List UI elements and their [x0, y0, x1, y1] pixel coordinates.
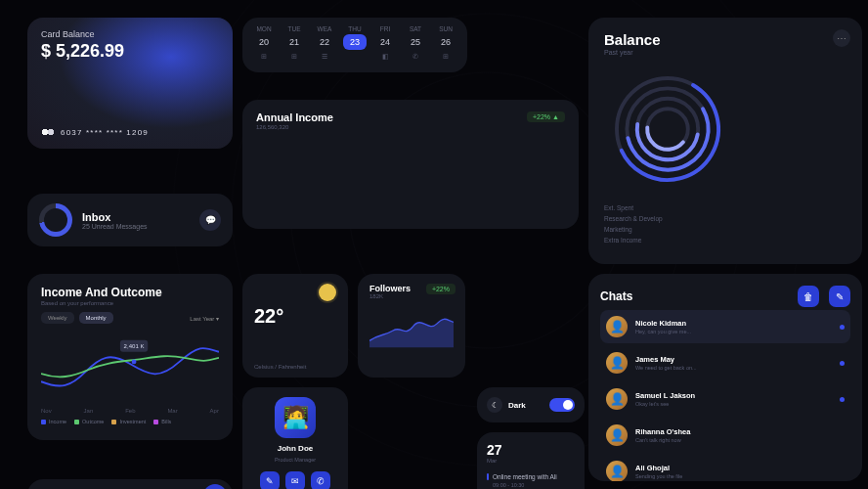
mastercard-icon	[41, 127, 55, 137]
calendar-dates[interactable]: 20212223242526	[252, 32, 457, 50]
cal-weekday: FRI	[373, 25, 397, 32]
search-icon[interactable]: ⌕	[203, 484, 227, 489]
chat-preview: Hey, can you give me...	[635, 329, 691, 334]
calendar-action-row: ⊞ ⊞ ☰ ◧ ✆ ⊞	[252, 53, 457, 61]
delete-icon[interactable]: 🗑	[798, 286, 819, 307]
weather-card[interactable]: 22° Celsius / Fahrenheit	[242, 274, 348, 378]
date-time: 09:00 - 10:30	[487, 482, 575, 488]
chat-item[interactable]: 👤James MayWe need to get back on...	[600, 346, 850, 379]
cal-icon: ☰	[313, 53, 336, 61]
theme-label: Dark	[508, 401, 526, 410]
cal-date[interactable]: 21	[282, 37, 306, 47]
message-icon[interactable]: ✉	[285, 471, 305, 489]
chat-item[interactable]: 👤Samuel L JaksonOkay let's see	[600, 382, 850, 416]
balance-subtitle: Past year	[604, 49, 846, 56]
io-xaxis: NovJanFebMarApr	[41, 408, 219, 414]
chat-name: Rihanna O'shea	[635, 427, 690, 436]
chat-preview: Okay let's see	[635, 401, 695, 407]
card-balance-amount: $ 5,226.99	[41, 41, 219, 62]
weather-unit-toggle[interactable]: Celsius / Fahrenheit	[254, 364, 336, 370]
theme-card: ☾ Dark	[477, 387, 585, 422]
chat-name: Samuel L Jakson	[635, 391, 695, 400]
chat-item[interactable]: 👤Rihanna O'sheaCan't talk right now	[600, 419, 850, 452]
chat-preview: Sending you the file	[635, 473, 682, 479]
call-icon[interactable]: ✆	[311, 471, 330, 489]
calendar-weekdays: MONTUEWEATHUFRISATSUN	[252, 25, 457, 32]
followers-area-chart	[369, 307, 454, 354]
compose-icon[interactable]: ✎	[829, 286, 850, 307]
search-bar[interactable]: ⌕	[27, 479, 233, 489]
cal-weekday: MON	[252, 25, 276, 32]
avatar[interactable]: 🧑‍💻	[275, 397, 316, 438]
edit-icon[interactable]: ✎	[260, 471, 280, 489]
chat-preview: Can't talk right now	[635, 437, 690, 443]
avatar-icon: 👤	[606, 461, 628, 481]
cal-icon: ◧	[373, 53, 397, 61]
date-day: 27	[487, 442, 575, 458]
avatar-icon: 👤	[606, 352, 628, 374]
seg-weekly[interactable]: Weekly	[41, 312, 74, 324]
avatar-icon: 👤	[606, 316, 628, 337]
chat-name: James May	[635, 355, 697, 364]
cal-date[interactable]: 23	[343, 34, 367, 50]
balance-legend: Ext. SpentResearch & DevelopMarketingExt…	[604, 202, 846, 245]
svg-point-9	[132, 360, 137, 365]
card-balance-label: Card Balance	[41, 29, 219, 39]
seg-monthly[interactable]: Monthly	[79, 312, 113, 324]
cal-date[interactable]: 24	[373, 37, 397, 47]
cal-icon: ⊞	[252, 53, 276, 61]
balance-radial-chart	[604, 66, 731, 193]
more-icon[interactable]: ⋯	[833, 29, 850, 47]
cal-icon: ⊞	[434, 53, 457, 61]
annual-income-card: Annual Income 126,560,320 +22% ▲	[242, 100, 579, 229]
inbox-card[interactable]: Inbox 25 Unread Messages 💬	[27, 194, 233, 246]
unread-dot	[840, 325, 845, 330]
annual-title: Annual Income	[256, 111, 333, 123]
profile-role: Product Manager	[275, 457, 316, 463]
chats-card: Chats 🗑 ✎ 👤Nicole KidmanHey, can you giv…	[588, 274, 862, 481]
cal-icon	[343, 53, 367, 61]
cal-date[interactable]: 20	[252, 37, 276, 47]
cal-weekday: TUE	[282, 25, 306, 32]
cal-date[interactable]: 26	[434, 37, 457, 47]
svg-point-1	[604, 66, 731, 193]
chat-preview: We need to get back on...	[635, 365, 697, 371]
date-card[interactable]: 27 Mar Online meeting with Ali 09:00 - 1…	[477, 432, 585, 489]
unread-dot	[840, 397, 845, 402]
chat-list: 👤Nicole KidmanHey, can you give me...👤Ja…	[600, 310, 850, 481]
profile-name: John Doe	[278, 444, 313, 453]
chat-item[interactable]: 👤Ali GhojalSending you the file	[600, 455, 850, 481]
inbox-progress-ring	[39, 203, 72, 237]
chat-icon[interactable]: 💬	[199, 209, 221, 231]
cal-icon: ⊞	[282, 53, 306, 61]
balance-title: Balance	[604, 31, 846, 48]
chat-item[interactable]: 👤Nicole KidmanHey, can you give me...	[600, 310, 850, 343]
annual-pct-badge: +22% ▲	[527, 111, 565, 122]
cal-date[interactable]: 25	[404, 37, 427, 47]
svg-point-5	[632, 94, 703, 164]
io-title: Income And Outcome	[41, 286, 219, 299]
cal-date[interactable]: 22	[313, 37, 336, 47]
date-event: Online meeting with Ali	[487, 473, 575, 480]
card-balance[interactable]: Card Balance $ 5,226.99 6037 **** **** 1…	[27, 18, 233, 149]
cal-icon: ✆	[404, 53, 427, 61]
inbox-subtitle: 25 Unread Messages	[82, 223, 148, 230]
theme-toggle[interactable]	[549, 398, 575, 412]
inbox-title: Inbox	[82, 211, 148, 223]
profile-card: 🧑‍💻 John Doe Product Manager ✎ ✉ ✆	[242, 387, 348, 489]
unread-dot	[840, 361, 845, 366]
avatar-icon: 👤	[606, 424, 628, 446]
calendar[interactable]: MONTUEWEATHUFRISATSUN 20212223242526 ⊞ ⊞…	[242, 18, 467, 72]
io-tooltip: 2,401 K	[124, 343, 145, 349]
chats-title: Chats	[600, 289, 632, 303]
chat-name: Nicole Kidman	[635, 319, 691, 328]
annual-bars	[256, 138, 565, 216]
cal-weekday: SUN	[434, 25, 457, 32]
card-number: 6037 **** **** 1209	[61, 128, 149, 137]
followers-card: Followers 182K +22%	[358, 274, 465, 378]
io-line-chart: 2,401 K	[41, 330, 219, 404]
date-month: Mar	[487, 458, 575, 464]
io-legend: IncomeOutcomeInvestmentBills	[41, 419, 219, 424]
cal-weekday: THU	[343, 25, 367, 32]
range-dropdown[interactable]: Last Year ▾	[190, 315, 219, 322]
